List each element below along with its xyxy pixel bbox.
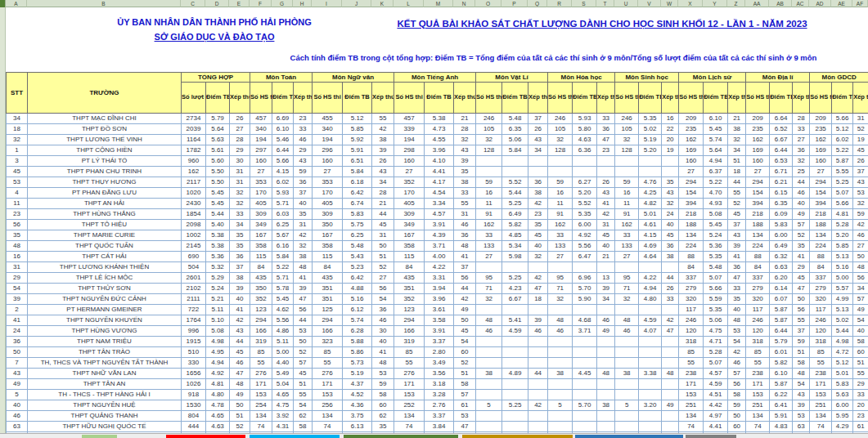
value-cell[interactable] xyxy=(502,262,528,273)
value-cell[interactable] xyxy=(476,411,502,422)
column-letter-A[interactable]: A xyxy=(6,0,27,7)
value-cell[interactable]: 4.59 xyxy=(704,379,728,390)
value-cell[interactable]: 4.86 xyxy=(272,326,294,337)
value-cell[interactable]: 5.21 xyxy=(206,294,230,305)
value-cell[interactable] xyxy=(573,262,597,273)
value-cell[interactable]: 56 xyxy=(728,379,746,390)
value-cell[interactable]: 4.76 xyxy=(639,177,662,188)
value-cell[interactable] xyxy=(639,379,662,390)
value-cell[interactable]: 162 xyxy=(548,220,573,230)
school-name-cell[interactable]: THPT NGUYỄN ĐỨC CẢNH xyxy=(28,294,182,305)
value-cell[interactable]: 84 xyxy=(250,262,272,273)
value-cell[interactable]: 297 xyxy=(250,145,272,156)
value-cell[interactable]: 134 xyxy=(746,230,770,241)
value-cell[interactable]: 5.28 xyxy=(832,220,853,230)
value-cell[interactable]: 39 xyxy=(793,400,810,411)
value-cell[interactable] xyxy=(597,379,615,390)
value-cell[interactable]: 294 xyxy=(250,315,272,326)
group-header-2[interactable]: Môn Ngữ văn xyxy=(313,73,394,83)
value-cell[interactable]: 5.74 xyxy=(343,315,372,326)
value-cell[interactable]: 4.89 xyxy=(502,369,528,379)
overall-rank-cell[interactable]: 37 xyxy=(230,262,250,273)
value-cell[interactable] xyxy=(639,337,662,347)
value-cell[interactable]: 254 xyxy=(250,400,272,411)
value-cell[interactable]: 59 xyxy=(853,209,868,220)
value-cell[interactable]: 46 xyxy=(294,135,313,145)
value-cell[interactable]: 46 xyxy=(728,358,746,369)
value-cell[interactable]: 246 xyxy=(615,114,639,124)
value-cell[interactable]: 294 xyxy=(746,177,770,188)
value-cell[interactable]: 43 xyxy=(728,230,746,241)
value-cell[interactable]: 38 xyxy=(294,252,313,262)
value-cell[interactable] xyxy=(528,390,548,400)
value-cell[interactable]: 55 xyxy=(853,369,868,379)
value-cell[interactable]: 58 xyxy=(372,390,394,400)
value-cell[interactable]: 51 xyxy=(454,369,476,379)
value-cell[interactable]: 62 xyxy=(372,411,394,422)
value-cell[interactable]: 4.51 xyxy=(704,390,728,400)
value-cell[interactable]: 60 xyxy=(853,347,868,358)
value-cell[interactable]: 435 xyxy=(250,273,272,284)
value-cell[interactable]: 171 xyxy=(250,379,272,390)
value-cell[interactable]: 4.81 xyxy=(832,209,853,220)
value-cell[interactable]: 71 xyxy=(548,284,573,294)
overall-rank-cell[interactable]: 38 xyxy=(230,273,250,284)
value-cell[interactable]: 33 xyxy=(597,114,615,124)
value-cell[interactable]: 11 xyxy=(476,199,502,209)
value-cell[interactable]: 224 xyxy=(810,241,832,252)
value-cell[interactable]: 3.96 xyxy=(425,294,454,305)
subheader-5-1[interactable]: Điểm TB xyxy=(573,83,597,114)
value-cell[interactable]: 21 xyxy=(454,114,476,124)
school-name-cell[interactable]: TH, THCS VÀ THPT NGUYỄN TẤT THÀNH xyxy=(28,358,182,369)
value-cell[interactable]: 53 xyxy=(793,411,810,422)
value-cell[interactable] xyxy=(476,156,502,167)
value-cell[interactable] xyxy=(548,347,573,358)
value-cell[interactable]: 23 xyxy=(294,114,313,124)
value-cell[interactable]: 61 xyxy=(853,422,868,432)
overall-rank-cell[interactable]: 32 xyxy=(230,188,250,199)
value-cell[interactable]: 39 xyxy=(597,284,615,294)
value-cell[interactable]: 51 xyxy=(793,347,810,358)
value-cell[interactable]: 160 xyxy=(313,156,343,167)
value-cell[interactable]: 4.52 xyxy=(343,390,372,400)
value-cell[interactable]: 44 xyxy=(793,177,810,188)
subheader-8-0[interactable]: Số HS thi xyxy=(746,83,770,114)
value-cell[interactable]: 4.92 xyxy=(206,369,230,379)
value-cell[interactable]: 162 xyxy=(182,167,206,177)
value-cell[interactable]: 351 xyxy=(313,294,343,305)
group-header-9[interactable]: Môn GDCD xyxy=(810,73,868,83)
value-cell[interactable]: 42 xyxy=(597,209,615,220)
value-cell[interactable]: 41 xyxy=(728,252,746,262)
value-cell[interactable]: 26 xyxy=(597,177,615,188)
overall-rank-cell[interactable]: 44 xyxy=(230,337,250,347)
value-cell[interactable]: 4.17 xyxy=(425,177,454,188)
value-cell[interactable]: 54 xyxy=(372,294,394,305)
overall-rank-cell[interactable]: 51 xyxy=(230,411,250,422)
value-cell[interactable]: 246 xyxy=(746,315,770,326)
value-cell[interactable]: 171 xyxy=(746,379,770,390)
value-cell[interactable] xyxy=(476,390,502,400)
value-cell[interactable]: 40 xyxy=(294,199,313,209)
value-cell[interactable]: 6.44 xyxy=(272,145,294,156)
value-cell[interactable]: 4.36 xyxy=(343,400,372,411)
value-cell[interactable]: 60 xyxy=(372,400,394,411)
value-cell[interactable]: 40 xyxy=(597,241,615,252)
subheader-0-0[interactable]: Số lượt điểm xyxy=(182,83,206,114)
value-cell[interactable]: 42 xyxy=(372,124,394,135)
value-cell[interactable]: 153 xyxy=(746,390,770,400)
value-cell[interactable]: 56 xyxy=(793,305,810,315)
value-cell[interactable]: 35 xyxy=(662,177,679,188)
value-cell[interactable]: 323 xyxy=(313,337,343,347)
value-cell[interactable]: 5.71 xyxy=(272,273,294,284)
value-cell[interactable]: 55 xyxy=(294,390,313,400)
value-cell[interactable]: 3.61 xyxy=(425,305,454,315)
value-cell[interactable]: 209 xyxy=(679,114,704,124)
value-cell[interactable]: 435 xyxy=(313,273,343,284)
value-cell[interactable]: 5.67 xyxy=(272,230,294,241)
value-cell[interactable]: 4.75 xyxy=(704,326,728,337)
value-cell[interactable]: 50 xyxy=(728,411,746,422)
value-cell[interactable]: 27 xyxy=(394,167,425,177)
value-cell[interactable] xyxy=(573,347,597,358)
value-cell[interactable]: 3.18 xyxy=(425,379,454,390)
value-cell[interactable]: 6.74 xyxy=(343,199,372,209)
